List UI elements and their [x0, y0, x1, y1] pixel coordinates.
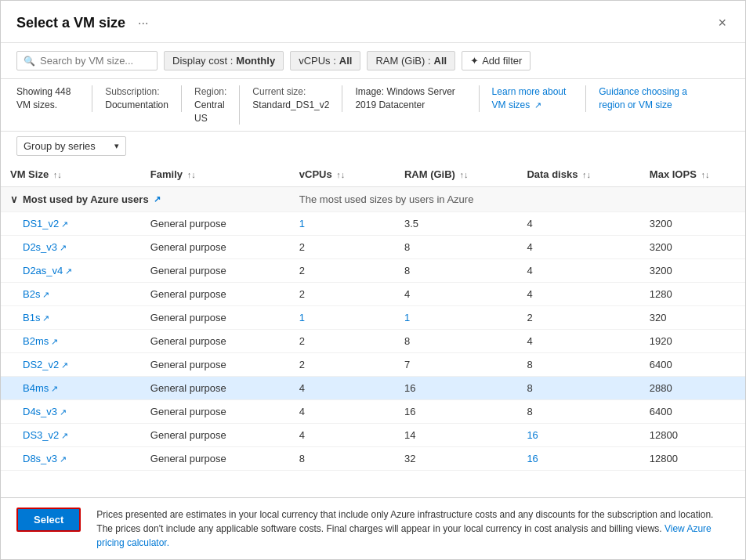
cell-vcpus: 1: [290, 212, 395, 236]
cell-ram: 16: [395, 400, 517, 424]
row-trending-icon: ↗: [57, 243, 67, 252]
ram-filter[interactable]: RAM (GiB) : All: [367, 51, 455, 70]
vmsize-link[interactable]: B1s: [23, 312, 40, 323]
cell-datadisks: 4: [517, 212, 639, 236]
cell-family: General purpose: [141, 212, 290, 236]
table-row[interactable]: D4s_v3 ↗General purpose41686400: [1, 400, 745, 424]
th-vcpus[interactable]: vCPUs ↑↓: [290, 162, 395, 187]
select-vm-dialog: Select a VM size ··· × 🔍 Display cost : …: [0, 0, 746, 560]
cell-vmsize: D2as_v4 ↗: [1, 259, 141, 283]
table-row[interactable]: B2s ↗General purpose2441280: [1, 283, 745, 306]
cell-vcpus: 2: [290, 236, 395, 259]
vmsize-link[interactable]: B2ms: [23, 335, 49, 347]
cell-maxiops: 2880: [640, 377, 745, 400]
vmsize-link[interactable]: DS1_v2: [23, 218, 59, 229]
cell-vmsize: D8s_v3 ↗: [1, 447, 141, 471]
vmsize-link[interactable]: D8s_v3: [23, 453, 57, 464]
cell-maxiops: 1280: [640, 283, 745, 306]
plus-icon: ✦: [470, 55, 479, 67]
vcpus-label: vCPUs :: [299, 55, 336, 67]
table-row[interactable]: DS2_v2 ↗General purpose2786400: [1, 353, 745, 377]
vmsize-link[interactable]: B4ms: [23, 382, 49, 394]
cell-ram: 3.5: [395, 212, 517, 236]
add-filter-button[interactable]: ✦ Add filter: [462, 51, 531, 70]
cell-vmsize: B1s ↗: [1, 306, 141, 330]
select-button[interactable]: Select: [16, 508, 81, 532]
current-size-info: Current size: Standard_DS1_v2: [252, 85, 342, 112]
vmsize-link[interactable]: DS3_v2: [23, 429, 59, 441]
table-row[interactable]: D2as_v4 ↗General purpose2843200: [1, 259, 745, 283]
cell-family: General purpose: [141, 306, 290, 330]
dialog-dots: ···: [138, 16, 148, 31]
cell-maxiops: 12800: [640, 424, 745, 447]
cell-vcpus: 2: [290, 259, 395, 283]
add-filter-label: Add filter: [482, 55, 522, 67]
table-row[interactable]: B4ms ↗General purpose41682880: [1, 377, 745, 400]
search-icon: 🔍: [24, 56, 35, 67]
ram-value: All: [434, 55, 447, 67]
vcpus-link[interactable]: 1: [299, 218, 305, 229]
vmsize-link[interactable]: B2s: [23, 288, 40, 300]
th-ram-label: RAM (GiB): [404, 168, 455, 180]
datadisks-link[interactable]: 16: [527, 453, 538, 464]
vmsize-link[interactable]: D2s_v3: [23, 241, 57, 253]
cell-vcpus: 8: [290, 447, 395, 471]
toolbar: 🔍 Display cost : Monthly vCPUs : All RAM…: [1, 43, 745, 79]
th-datadisks-label: Data disks: [527, 168, 578, 180]
close-button[interactable]: ×: [715, 12, 730, 34]
cell-vcpus: 2: [290, 353, 395, 377]
cell-datadisks: 16: [517, 447, 639, 471]
meta-bar: Showing 448 VM sizes. Subscription: Docu…: [1, 79, 745, 132]
cell-vcpus: 2: [290, 283, 395, 306]
cell-family: General purpose: [141, 330, 290, 353]
cell-vmsize: B4ms ↗: [1, 377, 141, 400]
row-trending-icon: ↗: [59, 360, 68, 370]
disclaimer-text: Prices presented are estimates in your l…: [96, 509, 713, 534]
th-family[interactable]: Family ↑↓: [141, 162, 290, 187]
cell-ram: 16: [395, 377, 517, 400]
groupby-select[interactable]: Group by series ▾: [16, 136, 126, 156]
table-row[interactable]: B1s ↗General purpose112320: [1, 306, 745, 330]
cell-family: General purpose: [141, 236, 290, 259]
group-name: Most used by Azure users: [23, 193, 149, 205]
cell-datadisks: 4: [517, 283, 639, 306]
cell-family: General purpose: [141, 377, 290, 400]
footer: Select Prices presented are estimates in…: [1, 497, 745, 559]
dialog-header: Select a VM size ··· ×: [1, 1, 745, 43]
vcpus-link[interactable]: 1: [299, 312, 305, 323]
search-input[interactable]: [40, 55, 150, 67]
th-datadisks[interactable]: Data disks ↑↓: [517, 162, 639, 187]
datadisks-link[interactable]: 16: [527, 429, 538, 441]
learn-more-anchor[interactable]: Learn more about VM sizes: [492, 86, 567, 110]
row-trending-icon: ↗: [49, 337, 58, 346]
table-row[interactable]: D8s_v3 ↗General purpose8321612800: [1, 447, 745, 471]
cell-maxiops: 12800: [640, 447, 745, 471]
vmsize-link[interactable]: D4s_v3: [23, 406, 57, 417]
group-header-cell: ∨ Most used by Azure users ↗: [1, 187, 290, 212]
table-container: VM Size ↑↓ Family ↑↓ vCPUs ↑↓ RAM (GiB) …: [1, 162, 745, 497]
guidance-anchor[interactable]: Guidance choosing a region or VM size: [599, 86, 687, 110]
th-vmsize[interactable]: VM Size ↑↓: [1, 162, 141, 187]
cell-vmsize: B2s ↗: [1, 283, 141, 306]
row-trending-icon: ↗: [40, 313, 49, 323]
cell-datadisks: 4: [517, 236, 639, 259]
cell-vmsize: D2s_v3 ↗: [1, 236, 141, 259]
cell-vmsize: B2ms ↗: [1, 330, 141, 353]
th-ram[interactable]: RAM (GiB) ↑↓: [395, 162, 517, 187]
table-row[interactable]: DS1_v2 ↗General purpose13.543200: [1, 212, 745, 236]
vmsize-link[interactable]: D2as_v4: [23, 265, 63, 276]
vmsize-link[interactable]: DS2_v2: [23, 359, 59, 370]
table-row[interactable]: DS3_v2 ↗General purpose4141612800: [1, 424, 745, 447]
cell-datadisks: 4: [517, 259, 639, 283]
subscription-info: Subscription: Documentation: [105, 85, 182, 112]
ram-link[interactable]: 1: [404, 312, 410, 323]
vcpus-filter[interactable]: vCPUs : All: [290, 51, 360, 70]
table-row[interactable]: B2ms ↗General purpose2841920: [1, 330, 745, 353]
cell-ram: 32: [395, 447, 517, 471]
cell-datadisks: 8: [517, 400, 639, 424]
cell-maxiops: 1920: [640, 330, 745, 353]
collapse-icon[interactable]: ∨: [10, 193, 18, 205]
th-maxiops[interactable]: Max IOPS ↑↓: [640, 162, 745, 187]
table-row[interactable]: D2s_v3 ↗General purpose2843200: [1, 236, 745, 259]
display-cost-filter[interactable]: Display cost : Monthly: [164, 51, 284, 70]
